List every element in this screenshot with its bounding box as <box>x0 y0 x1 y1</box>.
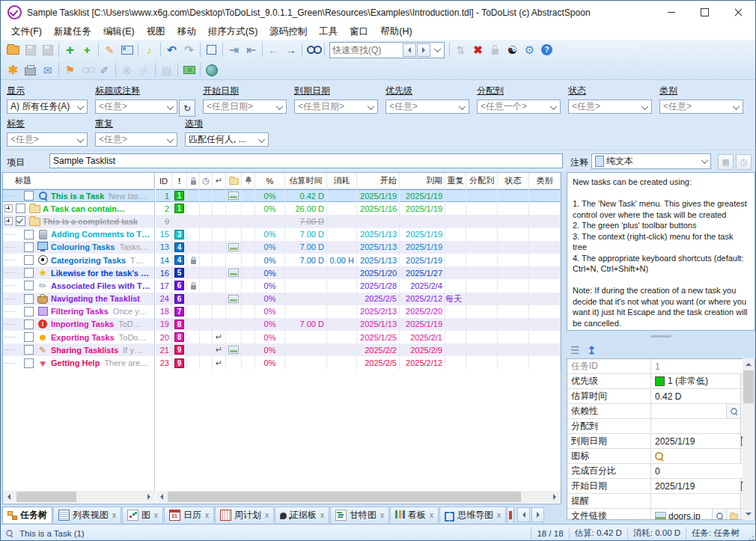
task-checkbox[interactable] <box>24 242 34 252</box>
task-row-columns[interactable]: 1870%2025/2/132025/2/20 <box>156 305 561 318</box>
attribute-value[interactable]: 1 <box>651 359 755 373</box>
group-attributes-icon[interactable]: ☰ <box>570 344 580 356</box>
filter-options-combo[interactable]: 匹配任何人, ... <box>185 132 269 147</box>
task-checkbox[interactable] <box>16 204 25 213</box>
task-row[interactable]: This is a TaskNew tas… <box>3 189 154 202</box>
attribute-value[interactable]: 2025/1/19 <box>651 479 740 493</box>
attribute-value[interactable]: 0 <box>651 464 755 478</box>
donate-icon[interactable] <box>180 62 198 79</box>
filter-tags-combo[interactable]: <任意> <box>7 132 88 147</box>
task-row-columns[interactable]: 1760%2025/1/282025/2/4 <box>156 279 561 292</box>
menu-item[interactable]: 帮助(H) <box>374 24 418 40</box>
tab-scroll-right-button[interactable] <box>531 507 544 522</box>
attribute-value[interactable]: 2025/1/19 <box>651 434 740 448</box>
task-checkbox[interactable] <box>24 320 34 329</box>
task-row[interactable]: ☻Exporting TasksToDo… <box>3 331 154 343</box>
task-comments-text[interactable]: New tasks can be created using: 1. The '… <box>567 172 755 331</box>
new-tasklist-icon[interactable]: ✱ <box>4 62 22 79</box>
expand-icon[interactable] <box>4 204 13 213</box>
project-title-input[interactable] <box>49 153 563 168</box>
task-checkbox[interactable] <box>24 294 34 304</box>
tab-close-icon[interactable]: x <box>205 511 209 519</box>
task-row[interactable]: This is a completed task <box>3 215 154 227</box>
task-row[interactable]: ♥Getting HelpThere are… <box>3 356 154 369</box>
task-row-columns[interactable]: 97.00 D <box>156 215 561 227</box>
toggle-style-icon[interactable]: ☯ <box>504 42 521 58</box>
menu-item[interactable]: 视图 <box>141 24 171 40</box>
task-row[interactable]: ★Likewise for the task's … <box>3 266 154 279</box>
open-tasklist-icon[interactable] <box>4 42 22 58</box>
task-checkbox[interactable] <box>24 230 34 239</box>
filter-assigned-to-combo[interactable]: <任意一个> <box>477 100 561 114</box>
recalc-icon[interactable]: ⚡ <box>135 62 153 79</box>
column-header-status[interactable]: 状态 <box>498 173 529 189</box>
tab-close-icon[interactable]: x <box>320 511 324 519</box>
task-row[interactable]: Filtering TasksOnce y… <box>3 305 154 318</box>
quick-find-input[interactable] <box>330 45 403 55</box>
menu-item[interactable]: 排序方式(S) <box>202 24 264 40</box>
attribute-value[interactable]: 1 (非常低) <box>651 374 740 388</box>
preferences-icon[interactable]: ⚙ <box>521 42 538 58</box>
template-icon[interactable]: ▤ <box>158 62 175 79</box>
task-checkbox[interactable] <box>24 345 34 355</box>
filter-priority-combo[interactable]: <任意> <box>385 100 469 114</box>
expand-icon[interactable] <box>4 217 13 225</box>
menu-item[interactable]: 新建任务 <box>48 24 97 40</box>
delete-task-icon[interactable]: ✖ <box>469 42 487 58</box>
column-header-lock[interactable] <box>187 173 200 189</box>
column-header-recur[interactable]: ↵ <box>213 173 226 189</box>
task-checkbox[interactable] <box>24 332 34 342</box>
menu-item[interactable]: 移动 <box>171 24 202 40</box>
new-task-icon[interactable]: + <box>61 42 79 58</box>
task-row-columns[interactable]: 208↵0%2025/1/252025/2/1 <box>156 331 561 343</box>
attribute-value[interactable] <box>651 494 740 508</box>
refresh-filter-button[interactable]: ↻ <box>179 100 195 117</box>
column-header-repeat[interactable]: 重复 <box>445 173 466 189</box>
attribute-value[interactable] <box>651 404 726 418</box>
sort-attributes-icon[interactable]: ↥ <box>588 344 597 356</box>
comments-tool-button-1[interactable]: ▦ <box>718 154 734 170</box>
task-row-columns[interactable]: 219↵0%2025/2/22025/2/9 <box>156 343 561 356</box>
tab-close-icon[interactable]: x <box>154 511 158 519</box>
task-checkbox[interactable] <box>24 358 34 368</box>
maximize-button[interactable] <box>688 1 722 24</box>
save-all-icon[interactable] <box>39 42 56 58</box>
task-row-columns[interactable]: 1440%7.00 D0.00 H2025/1/132025/1/19 <box>156 254 561 266</box>
tab-close-icon[interactable]: x <box>265 511 269 519</box>
find-tasks-icon[interactable] <box>305 42 322 58</box>
column-header-id[interactable]: ID <box>156 173 172 189</box>
help-icon[interactable] <box>538 42 555 58</box>
column-header-start[interactable]: 开始 <box>357 173 400 189</box>
task-row[interactable]: A Task can contain… <box>3 202 154 215</box>
column-header-file[interactable] <box>226 173 242 189</box>
tab-calendar[interactable]: 31日历x <box>164 507 214 523</box>
dependency-search-button[interactable] <box>726 404 740 418</box>
attribute-value[interactable]: doors.jp <box>651 509 712 520</box>
task-row-columns[interactable]: 1980%7.00 D2025/1/132025/1/19 <box>156 318 561 331</box>
maximize-view-icon[interactable] <box>203 42 220 58</box>
task-attributes-icon[interactable] <box>118 42 135 58</box>
tab-close-icon[interactable]: x <box>430 511 433 519</box>
columns-horizontal-scrollbar[interactable] <box>156 491 561 503</box>
column-header-est[interactable]: 估算时间 <box>285 173 327 189</box>
task-row[interactable]: Categorizing TasksT… <box>3 254 154 266</box>
task-row-columns[interactable]: 110%0.42 D2025/1/192025/1/19 <box>156 189 561 202</box>
filter-status-combo[interactable]: <任意> <box>568 100 652 114</box>
close-button[interactable] <box>722 1 755 24</box>
tab-mind-map[interactable]: 思维导图x <box>439 507 506 523</box>
column-header-cat[interactable]: 类别 <box>529 173 561 189</box>
save-icon[interactable] <box>22 42 39 58</box>
filter-due-date-combo[interactable]: <任意日期> <box>294 100 378 114</box>
cleanup-icon[interactable]: ✐ <box>96 62 113 79</box>
tab-task-tree[interactable]: 任务树 <box>2 507 52 523</box>
attributes-scrollbar[interactable] <box>743 358 755 520</box>
tab-evidence-board[interactable]: 证据板x <box>275 507 329 523</box>
tab-gantt[interactable]: 甘特图x <box>330 507 389 523</box>
outdent-task-icon[interactable]: ⇤ <box>243 42 260 58</box>
task-row[interactable]: Navigating the Tasklist <box>3 293 154 305</box>
quick-find-prev-button[interactable] <box>403 43 416 57</box>
panel-splitter[interactable] <box>567 331 755 341</box>
send-email-icon[interactable]: ✉ <box>39 62 56 79</box>
attribute-value[interactable]: 0.42 D <box>651 389 740 403</box>
column-header-spent[interactable]: 消耗 <box>327 173 357 189</box>
